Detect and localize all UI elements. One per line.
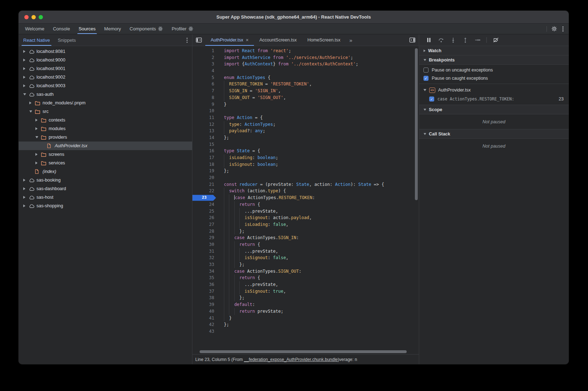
breakpoint-entry[interactable]: ✓case ActionTypes.RESTORE_TOKEN:23 bbox=[419, 95, 569, 103]
disclosure-right-icon[interactable] bbox=[35, 119, 41, 122]
line-number[interactable]: 7 bbox=[192, 88, 214, 94]
line-number[interactable]: 32 bbox=[192, 254, 214, 261]
tab-console[interactable]: Console bbox=[49, 24, 74, 34]
tab-profiler[interactable]: Profiler bbox=[167, 24, 198, 34]
code-line[interactable]: 6RESTORE_TOKEN = 'RESTORE_TOKEN', bbox=[192, 81, 419, 88]
tree-item-services[interactable]: services bbox=[19, 159, 192, 167]
tree-item-localhost-9001[interactable]: localhost:9001 bbox=[19, 64, 192, 73]
line-number[interactable]: 25 bbox=[192, 208, 214, 215]
scope-section-header[interactable]: Scope bbox=[419, 105, 569, 114]
line-number[interactable]: 31 bbox=[192, 248, 214, 255]
line-number[interactable]: 6 bbox=[192, 81, 214, 88]
disclosure-right-icon[interactable] bbox=[23, 50, 29, 53]
code-line[interactable]: 37isSignout: true, bbox=[192, 288, 419, 295]
editor-tab-accountscreen-tsx[interactable]: AccountScreen.tsx bbox=[254, 34, 302, 46]
code-line[interactable]: 23case ActionTypes.RESTORE_TOKEN: bbox=[192, 194, 419, 201]
line-number[interactable]: 40 bbox=[192, 308, 214, 315]
line-number[interactable]: 16 bbox=[192, 148, 214, 154]
code-line[interactable]: 11type Action = { bbox=[192, 114, 419, 121]
disclosure-right-icon[interactable] bbox=[23, 187, 29, 190]
step-into-icon[interactable] bbox=[449, 36, 458, 44]
line-number[interactable]: 26 bbox=[192, 214, 214, 221]
code-line[interactable]: 36...prevState, bbox=[192, 281, 419, 288]
editor-tab-authprovider-tsx[interactable]: AuthProvider.tsx× bbox=[205, 34, 254, 46]
line-number[interactable]: 29 bbox=[192, 234, 214, 241]
tree-item-sas-booking[interactable]: sas-booking bbox=[19, 176, 192, 184]
tree-item-modules[interactable]: modules bbox=[19, 124, 192, 133]
tree-item-screens[interactable]: screens bbox=[19, 150, 192, 159]
disclosure-right-icon[interactable] bbox=[29, 102, 35, 104]
code-line[interactable]: 26isSignout: action.payload, bbox=[192, 214, 419, 221]
line-number[interactable]: 21 bbox=[192, 181, 214, 188]
tree-item-sas-shopping[interactable]: sas-shopping bbox=[19, 202, 192, 210]
disclosure-right-icon[interactable] bbox=[23, 179, 29, 182]
callstack-section-header[interactable]: Call Stack bbox=[419, 129, 569, 139]
line-number[interactable]: 17 bbox=[192, 154, 214, 161]
code-line[interactable]: 19}; bbox=[192, 168, 419, 174]
line-number[interactable]: 28 bbox=[192, 228, 214, 235]
line-number[interactable]: 41 bbox=[192, 315, 214, 322]
navigator-tab-snippets[interactable]: Snippets bbox=[54, 34, 80, 46]
disclosure-down-icon[interactable] bbox=[23, 93, 29, 95]
more-tabs-icon[interactable]: » bbox=[346, 34, 356, 46]
code-line[interactable]: 13payload?: any; bbox=[192, 128, 419, 134]
disclosure-right-icon[interactable] bbox=[35, 162, 41, 164]
horizontal-scrollbar[interactable] bbox=[192, 349, 419, 354]
code-line[interactable]: 14}; bbox=[192, 134, 419, 141]
tree-item-contexts[interactable]: contexts bbox=[19, 116, 192, 124]
pause-icon[interactable] bbox=[424, 36, 433, 44]
tab-components[interactable]: Components bbox=[125, 24, 167, 34]
line-number[interactable]: 3 bbox=[192, 61, 214, 68]
toggle-navigator-icon[interactable] bbox=[192, 34, 205, 46]
line-number[interactable]: 22 bbox=[192, 188, 214, 194]
tree-item-src[interactable]: src bbox=[19, 107, 192, 116]
code-line[interactable]: 39default: bbox=[192, 301, 419, 308]
line-number[interactable]: 42 bbox=[192, 321, 214, 328]
line-number[interactable]: 10 bbox=[192, 108, 214, 114]
line-number[interactable]: 19 bbox=[192, 168, 214, 174]
exception-checkbox-row[interactable]: Pause on uncaught exceptions bbox=[419, 66, 569, 74]
tree-item-providers[interactable]: providers bbox=[19, 133, 192, 142]
deactivate-breakpoints-icon[interactable] bbox=[491, 36, 500, 44]
line-number[interactable]: 37 bbox=[192, 288, 214, 295]
minimize-window-button[interactable] bbox=[31, 15, 36, 19]
code-line[interactable]: 43 bbox=[192, 328, 419, 335]
code-line[interactable]: 44export const AuthProvider = ({ bbox=[192, 335, 419, 336]
breakpoints-section-header[interactable]: Breakpoints bbox=[419, 55, 569, 65]
tab-welcome[interactable]: Welcome bbox=[21, 24, 49, 34]
breakpoint-file-row[interactable]: <> AuthProvider.tsx bbox=[419, 85, 569, 95]
code-line[interactable]: 32isSignout: false, bbox=[192, 254, 419, 261]
tree-item-localhost-9000[interactable]: localhost:9000 bbox=[19, 56, 192, 64]
code-line[interactable]: 28}; bbox=[192, 228, 419, 235]
line-number[interactable]: 30 bbox=[192, 241, 214, 248]
line-number[interactable]: 35 bbox=[192, 274, 214, 281]
disclosure-right-icon[interactable] bbox=[35, 153, 41, 156]
line-number[interactable]: 15 bbox=[192, 141, 214, 148]
code-line[interactable]: 15 bbox=[192, 141, 419, 148]
code-line[interactable]: 9} bbox=[192, 101, 419, 108]
checked-checkbox[interactable]: ✓ bbox=[423, 76, 428, 81]
close-window-button[interactable] bbox=[24, 15, 29, 19]
disclosure-right-icon[interactable] bbox=[23, 76, 29, 79]
line-number[interactable]: 39 bbox=[192, 301, 214, 308]
line-number[interactable]: 5 bbox=[192, 74, 214, 81]
close-tab-icon[interactable]: × bbox=[246, 38, 249, 43]
code-line[interactable]: 40return prevState; bbox=[192, 308, 419, 315]
bundle-link[interactable]: __federation_expose_AuthProvider.chunk.b… bbox=[244, 357, 338, 362]
code-line[interactable]: 17isLoading: boolean; bbox=[192, 154, 419, 161]
disclosure-down-icon[interactable] bbox=[35, 136, 41, 138]
more-options-icon[interactable] bbox=[562, 25, 564, 33]
tree-item-sas-host[interactable]: sas-host bbox=[19, 193, 192, 202]
code-line[interactable]: 24return { bbox=[192, 201, 419, 208]
code-line[interactable]: 33}; bbox=[192, 261, 419, 268]
watch-section-header[interactable]: Watch bbox=[419, 46, 569, 55]
settings-gear-icon[interactable] bbox=[550, 25, 558, 33]
disclosure-right-icon[interactable] bbox=[23, 59, 29, 61]
disclosure-right-icon[interactable] bbox=[23, 196, 29, 199]
tree-item-localhost-8081[interactable]: localhost:8081 bbox=[19, 47, 192, 56]
vertical-scrollbar[interactable] bbox=[415, 48, 418, 200]
line-number[interactable]: 36 bbox=[192, 281, 214, 288]
tree-item-sas-dashboard[interactable]: sas-dashboard bbox=[19, 184, 192, 193]
line-number[interactable]: 34 bbox=[192, 268, 214, 275]
code-line[interactable]: 20 bbox=[192, 174, 419, 181]
